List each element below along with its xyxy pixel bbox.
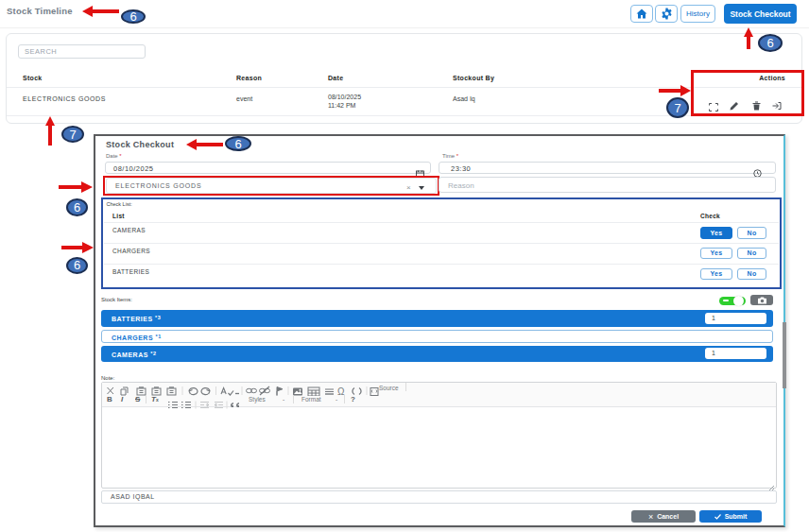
svg-text:Ω: Ω [337, 386, 345, 396]
